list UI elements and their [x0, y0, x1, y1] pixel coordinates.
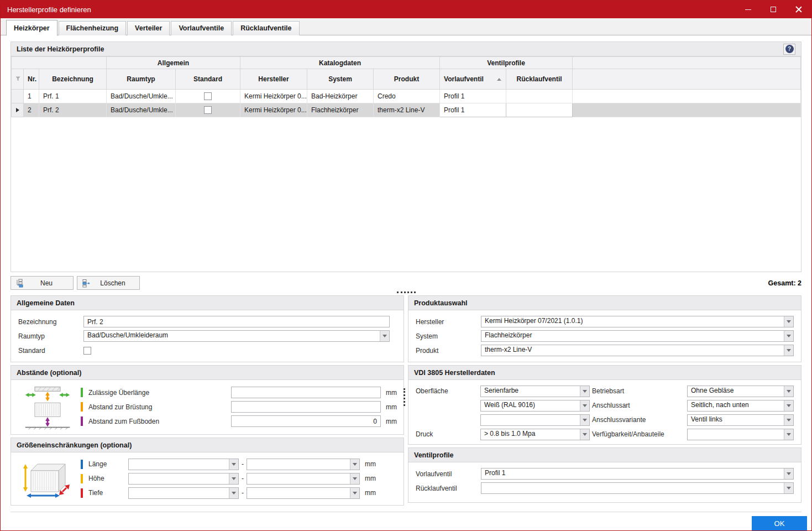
tiefe-to-select[interactable]	[247, 487, 360, 499]
list-panel-header: Liste der Heizkörperprofile ?	[11, 42, 801, 56]
verfuegbarkeit-select[interactable]	[687, 429, 794, 440]
window-title: Herstellerprofile definieren	[1, 6, 91, 14]
hersteller-select[interactable]: Kermi Heizkörper 07/2021 (1.0.1)	[481, 316, 794, 327]
chevron-down-icon[interactable]	[229, 488, 238, 498]
chevron-down-icon[interactable]	[784, 483, 793, 493]
chevron-down-icon[interactable]	[350, 473, 359, 484]
anschlussart-label: Anschlussart	[592, 399, 685, 412]
col-header-bezeichnung[interactable]: Bezeichnung	[39, 69, 107, 90]
bezeichnung-label: Bezeichnung	[18, 318, 83, 326]
col-header-hersteller[interactable]: Hersteller	[240, 69, 307, 90]
col-header-system[interactable]: System	[307, 69, 374, 90]
chevron-down-icon[interactable]	[784, 386, 793, 397]
list-toolbar: Neu Löschen Gesamt: 2	[11, 276, 801, 290]
chevron-down-icon[interactable]	[380, 331, 389, 341]
chevron-down-icon[interactable]	[350, 488, 359, 498]
title-bar: Herstellerprofile definieren	[1, 1, 811, 18]
hoehe-from-select[interactable]	[128, 473, 239, 485]
tab-ruecklaufventile[interactable]: Rücklaufventile	[233, 21, 299, 35]
anschlussvariante-label: Anschlussvariante	[592, 413, 685, 426]
chevron-down-icon[interactable]	[580, 386, 589, 397]
laenge-to-value	[247, 459, 350, 470]
vertical-splitter-handle[interactable]	[404, 388, 405, 406]
hersteller-label: Hersteller	[416, 318, 481, 326]
chevron-down-icon[interactable]	[580, 415, 589, 425]
cell-produkt: therm-x2 Line-V	[374, 103, 440, 117]
produkt-select[interactable]: therm-x2 Line-V	[481, 345, 794, 356]
col-header-raumtyp[interactable]: Raumtyp	[107, 69, 176, 90]
right-column: Produktauswahl Hersteller Kermi Heizkörp…	[408, 295, 801, 506]
tab-flaechenheizung[interactable]: Flächenheizung	[59, 21, 126, 35]
hoehe-unit: mm	[360, 475, 375, 482]
horizontal-splitter-handle[interactable]	[397, 291, 416, 293]
chevron-down-icon[interactable]	[229, 473, 238, 484]
chevron-down-icon[interactable]	[784, 331, 793, 341]
oberflaeche-select-2[interactable]: Weiß (RAL 9016)	[480, 400, 590, 412]
produkt-label: Produkt	[416, 347, 481, 355]
cell-vorlaufventil-focused[interactable]: Profil 1	[440, 103, 506, 117]
chevron-down-icon[interactable]	[580, 429, 589, 440]
table-row[interactable]: 1 Prf. 1 Bad/Dusche/Umkle... Kermi Heizk…	[12, 90, 801, 103]
betriebsart-select[interactable]: Ohne Gebläse	[687, 386, 794, 397]
tab-verteiler[interactable]: Verteiler	[127, 21, 170, 35]
chevron-down-icon[interactable]	[784, 400, 793, 411]
standard-checkbox[interactable]	[204, 92, 212, 100]
total-count: Gesamt: 2	[768, 279, 801, 287]
chevron-down-icon[interactable]	[784, 468, 793, 479]
abstaende-panel: Abstände (optional)	[11, 365, 404, 435]
maximize-button[interactable]	[761, 1, 786, 18]
standard-checkbox[interactable]	[83, 347, 91, 355]
ueberlaenge-color-bar	[81, 388, 83, 397]
vorlaufventil-select[interactable]: Profil 1	[481, 468, 794, 480]
delete-button[interactable]: Löschen	[77, 276, 140, 290]
standard-checkbox[interactable]	[204, 106, 212, 114]
filter-button[interactable]	[12, 69, 24, 90]
laenge-to-select[interactable]	[247, 459, 360, 470]
fussboden-color-bar	[81, 417, 83, 426]
tiefe-to-value	[247, 488, 350, 498]
chevron-down-icon[interactable]	[580, 400, 589, 411]
chevron-down-icon[interactable]	[229, 459, 238, 470]
ruecklaufventil-select[interactable]	[481, 482, 794, 494]
chevron-down-icon[interactable]	[350, 459, 359, 470]
betriebsart-label: Betriebsart	[592, 384, 685, 398]
oberflaeche-select-1[interactable]: Serienfarbe	[480, 386, 590, 397]
laenge-from-select[interactable]	[128, 459, 239, 470]
chevron-down-icon[interactable]	[784, 316, 793, 327]
fussboden-input[interactable]	[231, 415, 381, 427]
bruestung-input[interactable]	[231, 401, 381, 413]
col-header-vorlaufventil[interactable]: Vorlaufventil	[440, 69, 506, 90]
chevron-down-icon[interactable]	[784, 429, 793, 440]
cell-nr: 1	[24, 90, 39, 103]
tab-vorlaufventile[interactable]: Vorlaufventile	[171, 21, 232, 35]
system-select[interactable]: Flachheizkörper	[481, 330, 794, 342]
minimize-button[interactable]	[735, 1, 761, 18]
tiefe-label: Tiefe	[88, 489, 128, 497]
chevron-down-icon[interactable]	[784, 415, 793, 425]
druck-select[interactable]: > 0.8 bis 1.0 Mpa	[480, 429, 590, 440]
close-button[interactable]	[786, 1, 811, 18]
ueberlaenge-input[interactable]	[231, 387, 381, 398]
radiator-clearances-icon	[14, 382, 81, 432]
col-header-produkt[interactable]: Produkt	[374, 69, 440, 90]
range-separator: -	[239, 489, 247, 497]
hoehe-to-select[interactable]	[247, 473, 360, 485]
anschlussart-select[interactable]: Seitlich, nach unten	[687, 400, 794, 412]
anschlussvariante-select[interactable]: Ventil links	[687, 414, 794, 426]
raumtyp-select[interactable]: Bad/Dusche/Umkleideraum	[83, 330, 390, 342]
oberflaeche-select-3[interactable]	[480, 414, 590, 426]
tab-heizkoerper[interactable]: Heizkörper	[6, 20, 57, 36]
col-header-nr[interactable]: Nr.	[24, 69, 39, 90]
radiator-dimensions-icon	[14, 455, 81, 503]
ok-button[interactable]: OK	[752, 516, 807, 530]
chevron-down-icon[interactable]	[784, 345, 793, 356]
help-button[interactable]: ?	[783, 44, 795, 55]
new-button[interactable]: Neu	[11, 276, 74, 290]
tiefe-from-select[interactable]	[128, 487, 239, 499]
bruestung-label: Abstand zur Brüstung	[88, 403, 231, 411]
col-header-standard[interactable]: Standard	[176, 69, 240, 90]
group-allgemein: Allgemein	[107, 57, 240, 69]
col-header-ruecklaufventil[interactable]: Rücklaufventil	[506, 69, 573, 90]
table-row-selected[interactable]: 2 Prf. 2 Bad/Dusche/Umkle... Kermi Heizk…	[12, 103, 801, 117]
bezeichnung-input[interactable]	[83, 316, 390, 327]
